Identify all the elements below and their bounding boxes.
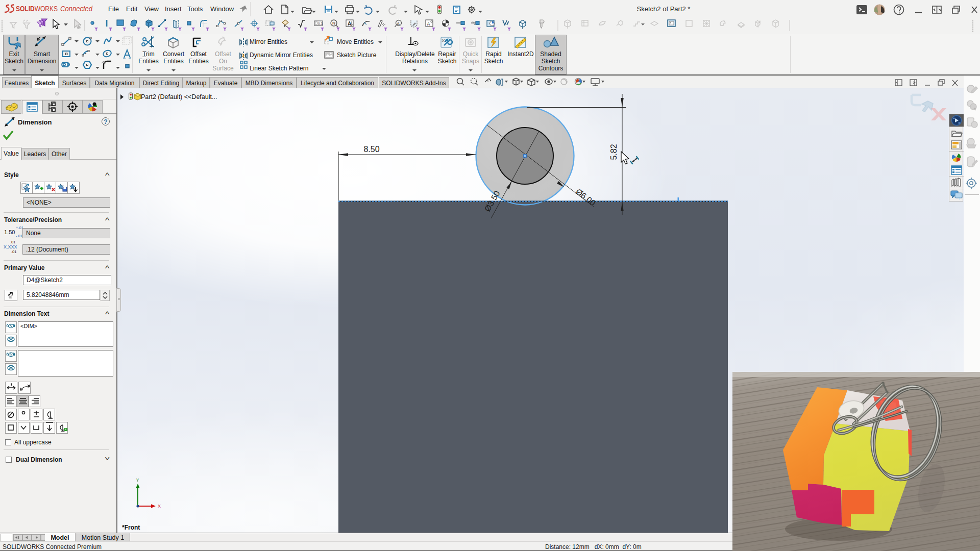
svg-text:Y: Y <box>136 478 139 483</box>
svg-text:A: A <box>397 21 400 26</box>
svg-text:X: X <box>158 504 161 509</box>
svg-text:N: N <box>332 21 335 26</box>
svg-text:0.3: 0.3 <box>318 22 323 26</box>
svg-text:A: A <box>427 21 430 27</box>
svg-text:*Front: *Front <box>122 524 140 531</box>
svg-text:Part2 (Default) <<Default...: Part2 (Default) <<Default... <box>141 93 217 101</box>
svg-text:8.50: 8.50 <box>363 145 379 154</box>
svg-text:5.82: 5.82 <box>609 144 618 160</box>
svg-text:Connected: Connected <box>60 5 93 13</box>
svg-text:A: A <box>348 21 351 27</box>
svg-text:SOLIDWORKS: SOLIDWORKS <box>16 5 58 13</box>
